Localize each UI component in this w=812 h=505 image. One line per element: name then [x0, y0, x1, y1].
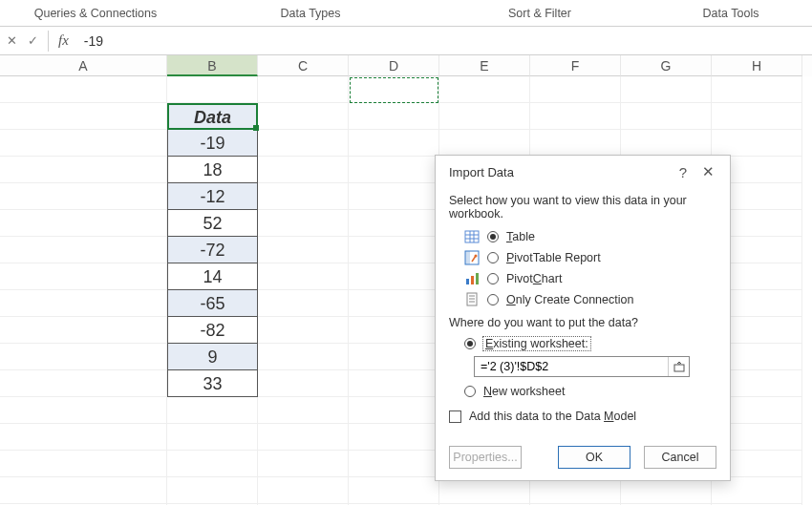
cell[interactable] [530, 103, 621, 130]
ribbon-group-queries[interactable]: Queries & Connections [0, 7, 191, 20]
option-pivottable[interactable]: PivotTable Report [449, 247, 716, 268]
cell[interactable] [0, 424, 167, 451]
option-table[interactable]: Table [449, 226, 716, 247]
data-cell[interactable]: -19 [167, 130, 258, 157]
cell[interactable] [258, 477, 349, 504]
cell[interactable] [621, 103, 712, 130]
cell[interactable] [258, 317, 349, 344]
cell[interactable] [439, 130, 530, 157]
radio-table[interactable] [487, 231, 499, 242]
cell[interactable] [349, 76, 439, 103]
cell[interactable] [167, 477, 258, 504]
cell[interactable] [167, 397, 258, 424]
cell[interactable] [258, 451, 349, 477]
existing-location-field[interactable] [474, 356, 690, 377]
cell[interactable] [621, 130, 712, 157]
col-header-A[interactable]: A [0, 55, 167, 76]
dialog-titlebar[interactable]: Import Data ? ✕ [436, 156, 730, 184]
col-header-E[interactable]: E [439, 55, 530, 76]
cell[interactable] [258, 210, 349, 237]
data-cell[interactable]: -65 [167, 290, 258, 317]
data-cell[interactable]: 9 [167, 344, 258, 370]
cell[interactable] [0, 290, 167, 317]
accept-formula-icon[interactable]: ✓ [25, 33, 40, 49]
data-cell[interactable]: 14 [167, 263, 258, 290]
cell[interactable] [712, 477, 802, 504]
cell[interactable] [0, 157, 167, 183]
col-header-F[interactable]: F [530, 55, 621, 76]
cell[interactable] [621, 76, 712, 103]
col-header-C[interactable]: C [258, 55, 349, 76]
dialog-help-button[interactable]: ? [671, 164, 695, 180]
cell[interactable] [530, 477, 621, 504]
option-existing-worksheet[interactable]: Existing worksheet: [449, 335, 716, 352]
cell[interactable] [349, 424, 439, 451]
cell[interactable] [439, 76, 530, 103]
cell[interactable] [349, 451, 439, 477]
cell[interactable] [349, 157, 439, 183]
radio-new[interactable] [464, 386, 476, 397]
radio-pivotchart[interactable] [487, 273, 499, 284]
cell[interactable] [0, 103, 167, 130]
cell[interactable] [349, 317, 439, 344]
cell[interactable] [258, 397, 349, 424]
cell[interactable] [0, 397, 167, 424]
col-header-B[interactable]: B [167, 55, 258, 76]
cell[interactable] [0, 477, 167, 504]
cell[interactable] [167, 76, 258, 103]
radio-connection[interactable] [487, 294, 499, 305]
cell[interactable] [439, 103, 530, 130]
ok-button[interactable]: OK [558, 446, 630, 469]
cell[interactable] [712, 130, 802, 157]
cell[interactable] [258, 237, 349, 263]
cell[interactable] [0, 130, 167, 157]
cell[interactable] [349, 477, 439, 504]
radio-pivottable[interactable] [487, 252, 499, 263]
data-cell[interactable]: 52 [167, 210, 258, 237]
cell[interactable] [530, 76, 621, 103]
range-picker-icon[interactable] [668, 357, 689, 376]
cell[interactable] [349, 344, 439, 370]
radio-existing[interactable] [464, 338, 476, 349]
cell[interactable] [349, 210, 439, 237]
cell[interactable] [349, 370, 439, 397]
option-pivotchart[interactable]: PivotChart [449, 268, 716, 289]
cell[interactable] [167, 451, 258, 477]
cell[interactable] [258, 157, 349, 183]
option-connection[interactable]: Only Create Connection [449, 289, 716, 310]
cell[interactable] [258, 76, 349, 103]
data-column-header[interactable]: Data [167, 103, 258, 130]
cell[interactable] [167, 424, 258, 451]
cell[interactable] [0, 263, 167, 290]
cell[interactable] [0, 344, 167, 370]
cell[interactable] [0, 317, 167, 344]
cell[interactable] [349, 130, 439, 157]
cell[interactable] [712, 103, 802, 130]
cell[interactable] [0, 183, 167, 210]
col-header-D[interactable]: D [349, 55, 439, 76]
cell[interactable] [258, 103, 349, 130]
cell[interactable] [349, 263, 439, 290]
cell[interactable] [712, 76, 802, 103]
cell[interactable] [621, 477, 712, 504]
cell[interactable] [258, 130, 349, 157]
data-cell[interactable]: 18 [167, 157, 258, 183]
cell[interactable] [0, 210, 167, 237]
col-header-G[interactable]: G [621, 55, 712, 76]
formula-input[interactable] [78, 33, 812, 49]
data-cell[interactable]: 33 [167, 370, 258, 397]
cell[interactable] [439, 477, 530, 504]
ribbon-group-datatools[interactable]: Data Tools [650, 7, 812, 20]
cell[interactable] [0, 237, 167, 263]
data-cell[interactable]: -82 [167, 317, 258, 344]
cell[interactable] [0, 370, 167, 397]
cell[interactable] [258, 370, 349, 397]
cell[interactable] [258, 290, 349, 317]
cell[interactable] [258, 424, 349, 451]
data-cell[interactable]: -72 [167, 237, 258, 263]
add-to-data-model[interactable]: Add this data to the Data Model [449, 400, 716, 427]
cell[interactable] [0, 76, 167, 103]
cancel-formula-icon[interactable]: ✕ [4, 33, 19, 49]
existing-location-input[interactable] [475, 360, 668, 373]
cell[interactable] [349, 290, 439, 317]
